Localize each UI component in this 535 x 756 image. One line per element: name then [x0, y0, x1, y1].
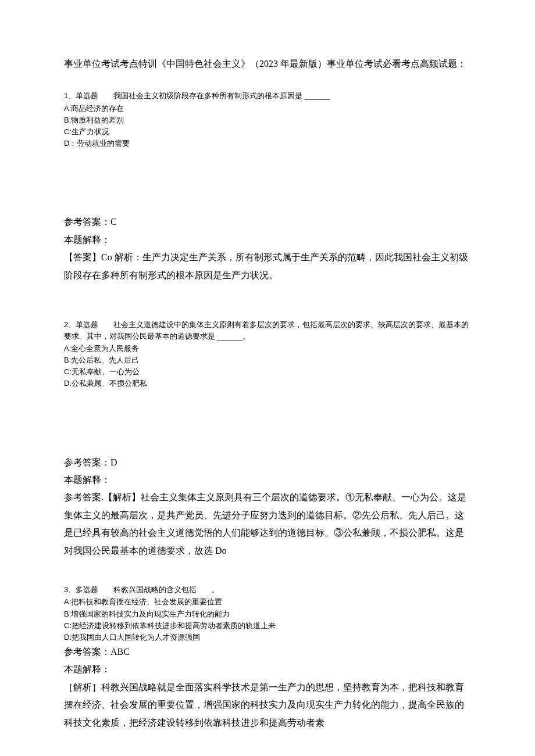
q3-options: A:把科技和教育摆在经济、社会发展的重要位置 B:增强国家的科技实力及向现实生产… — [64, 596, 471, 643]
q2-option-a: A:全心全意为人民服务 — [64, 343, 471, 354]
q1-option-c: C:生产力状况 — [64, 126, 471, 138]
q3-option-c: C:把经济建设转移到依靠科技进步和提高劳动者素质的轨道上来 — [64, 620, 471, 632]
q1-answer-block: 参考答案：C 本题解释： 【答案】Co 解析：生产力决定生产关系，所有制形式属于… — [64, 213, 471, 284]
q3-explain-label: 本题解释： — [64, 661, 471, 678]
q3-option-a: A:把科技和教育摆在经济、社会发展的重要位置 — [64, 596, 471, 608]
q3-option-b: B:增强国家的科技实力及向现实生产力转化的能力 — [64, 608, 471, 620]
q1-options: A:商品经济的存在 B:物质利益的差别 C:生产力状况 D：劳动就业的需要 — [64, 103, 471, 150]
q1-option-d: D：劳动就业的需要 — [64, 138, 471, 149]
q2-explain: 参考答案.【解析】社会主义集体主义原则具有三个层次的道德要求。①无私奉献、一心为… — [64, 489, 471, 560]
q2-option-b: B:先公后私、先人后己 — [64, 354, 471, 366]
document-title: 事业单位考试考点特训《中国特色社会主义》（2023 年最新版）事业单位考试必看考… — [64, 55, 471, 73]
q2-explain-label: 本题解释： — [64, 471, 471, 489]
q3-header: 3、多选题 科教兴国战略的含义包括 。 — [64, 584, 471, 596]
q2-header: 2、单选题 社会主义道德建设中的集体主义原则有着多层次的要求，包括最高层次的要求… — [64, 319, 471, 342]
q2-option-d: D:公私兼顾、不损公肥私 — [64, 378, 471, 389]
q1-explain-label: 本题解释： — [64, 231, 471, 249]
q3-answer-block: 参考答案：ABC 本题解释： ［解析］科教兴国战略就是全面落实科学技术是第一生产… — [64, 643, 471, 732]
q1-answer: 参考答案：C — [64, 213, 471, 231]
q2-option-c: C:无私奉献、一心为公 — [64, 366, 471, 378]
q3-answer: 参考答案：ABC — [64, 643, 471, 661]
q1-option-a: A:商品经济的存在 — [64, 103, 471, 114]
q1-option-b: B:物质利益的差别 — [64, 114, 471, 126]
q3-explain: ［解析］科教兴国战略就是全面落实科学技术是第一生产力的思想，坚持教育为本，把科技… — [64, 679, 471, 732]
q1-header: 1、单选题 我国社会主义初级阶段存在多种所有制形式的根本原因是 ______ — [64, 90, 471, 102]
page-content: 事业单位考试考点特训《中国特色社会主义》（2023 年最新版）事业单位考试必看考… — [0, 0, 535, 756]
q1-explain: 【答案】Co 解析：生产力决定生产关系，所有制形式属于生产关系的范畴，因此我国社… — [64, 249, 471, 284]
q3-option-d: D:把我国由人口大国转化为人才资源强国 — [64, 632, 471, 643]
q2-answer: 参考答案：D — [64, 454, 471, 471]
q2-answer-block: 参考答案：D 本题解释： 参考答案.【解析】社会主义集体主义原则具有三个层次的道… — [64, 454, 471, 560]
q2-options: A:全心全意为人民服务 B:先公后私、先人后己 C:无私奉献、一心为公 D:公私… — [64, 343, 471, 390]
